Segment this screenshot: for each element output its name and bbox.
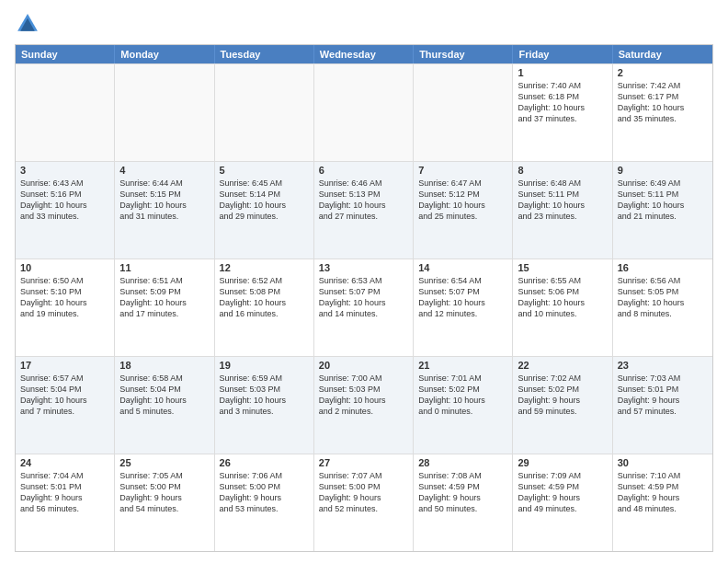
- cell-info: Sunrise: 6:53 AM Sunset: 5:07 PM Dayligh…: [319, 275, 408, 320]
- day-number: 12: [220, 262, 309, 273]
- cell-info: Sunrise: 7:07 AM Sunset: 5:00 PM Dayligh…: [319, 470, 408, 515]
- calendar-cell: 6Sunrise: 6:46 AM Sunset: 5:13 PM Daylig…: [314, 162, 414, 259]
- cell-info: Sunrise: 6:56 AM Sunset: 5:05 PM Dayligh…: [618, 275, 708, 320]
- day-number: 3: [20, 165, 109, 176]
- calendar-cell: 26Sunrise: 7:06 AM Sunset: 5:00 PM Dayli…: [215, 454, 314, 551]
- cell-info: Sunrise: 6:50 AM Sunset: 5:10 PM Dayligh…: [20, 275, 109, 320]
- calendar-row: 3Sunrise: 6:43 AM Sunset: 5:16 PM Daylig…: [16, 161, 712, 259]
- calendar-cell: 25Sunrise: 7:05 AM Sunset: 5:00 PM Dayli…: [115, 454, 214, 551]
- calendar-cell: 21Sunrise: 7:01 AM Sunset: 5:02 PM Dayli…: [414, 357, 513, 454]
- calendar-cell: 10Sunrise: 6:50 AM Sunset: 5:10 PM Dayli…: [16, 259, 115, 356]
- cell-info: Sunrise: 6:45 AM Sunset: 5:14 PM Dayligh…: [220, 178, 309, 223]
- cell-info: Sunrise: 7:02 AM Sunset: 5:02 PM Dayligh…: [518, 373, 607, 418]
- day-number: 22: [518, 360, 607, 371]
- day-number: 27: [319, 457, 408, 468]
- cell-info: Sunrise: 6:49 AM Sunset: 5:11 PM Dayligh…: [618, 178, 708, 223]
- cell-info: Sunrise: 7:03 AM Sunset: 5:01 PM Dayligh…: [618, 373, 708, 418]
- calendar: SundayMondayTuesdayWednesdayThursdayFrid…: [15, 44, 713, 552]
- weekday-header-monday: Monday: [115, 45, 214, 63]
- day-number: 7: [418, 165, 507, 176]
- day-number: 8: [518, 165, 607, 176]
- cell-info: Sunrise: 6:43 AM Sunset: 5:16 PM Dayligh…: [20, 178, 109, 223]
- logo: [15, 11, 44, 37]
- calendar-cell: 8Sunrise: 6:48 AM Sunset: 5:11 PM Daylig…: [513, 162, 612, 259]
- cell-info: Sunrise: 6:58 AM Sunset: 5:04 PM Dayligh…: [119, 373, 209, 418]
- calendar-cell: 1Sunrise: 7:40 AM Sunset: 6:18 PM Daylig…: [513, 64, 612, 161]
- day-number: 2: [618, 67, 708, 78]
- calendar-cell: 12Sunrise: 6:52 AM Sunset: 5:08 PM Dayli…: [215, 259, 314, 356]
- logo-icon: [15, 11, 40, 37]
- day-number: 6: [319, 165, 408, 176]
- cell-info: Sunrise: 7:10 AM Sunset: 4:59 PM Dayligh…: [618, 470, 708, 515]
- calendar-cell: 14Sunrise: 6:54 AM Sunset: 5:07 PM Dayli…: [414, 259, 513, 356]
- calendar-cell: 11Sunrise: 6:51 AM Sunset: 5:09 PM Dayli…: [115, 259, 214, 356]
- day-number: 14: [418, 262, 507, 273]
- day-number: 29: [518, 457, 607, 468]
- day-number: 24: [20, 457, 109, 468]
- cell-info: Sunrise: 7:06 AM Sunset: 5:00 PM Dayligh…: [220, 470, 309, 515]
- calendar-cell: 2Sunrise: 7:42 AM Sunset: 6:17 PM Daylig…: [613, 64, 712, 161]
- calendar-cell: 16Sunrise: 6:56 AM Sunset: 5:05 PM Dayli…: [613, 259, 712, 356]
- day-number: 10: [20, 262, 109, 273]
- calendar-cell: 28Sunrise: 7:08 AM Sunset: 4:59 PM Dayli…: [414, 454, 513, 551]
- calendar-cell: 13Sunrise: 6:53 AM Sunset: 5:07 PM Dayli…: [314, 259, 414, 356]
- calendar-cell: 17Sunrise: 6:57 AM Sunset: 5:04 PM Dayli…: [16, 357, 115, 454]
- calendar-cell: [314, 64, 414, 161]
- weekday-header-friday: Friday: [513, 45, 612, 63]
- calendar-cell: 20Sunrise: 7:00 AM Sunset: 5:03 PM Dayli…: [314, 357, 414, 454]
- day-number: 13: [319, 262, 408, 273]
- day-number: 26: [220, 457, 309, 468]
- weekday-header-tuesday: Tuesday: [215, 45, 314, 63]
- calendar-cell: 18Sunrise: 6:58 AM Sunset: 5:04 PM Dayli…: [115, 357, 214, 454]
- cell-info: Sunrise: 6:48 AM Sunset: 5:11 PM Dayligh…: [518, 178, 607, 223]
- cell-info: Sunrise: 6:47 AM Sunset: 5:12 PM Dayligh…: [418, 178, 507, 223]
- calendar-cell: 30Sunrise: 7:10 AM Sunset: 4:59 PM Dayli…: [613, 454, 712, 551]
- day-number: 30: [618, 457, 708, 468]
- calendar-cell: 22Sunrise: 7:02 AM Sunset: 5:02 PM Dayli…: [513, 357, 612, 454]
- cell-info: Sunrise: 6:46 AM Sunset: 5:13 PM Dayligh…: [319, 178, 408, 223]
- cell-info: Sunrise: 7:42 AM Sunset: 6:17 PM Dayligh…: [618, 80, 708, 125]
- calendar-cell: 27Sunrise: 7:07 AM Sunset: 5:00 PM Dayli…: [314, 454, 414, 551]
- cell-info: Sunrise: 7:08 AM Sunset: 4:59 PM Dayligh…: [418, 470, 507, 515]
- calendar-cell: 3Sunrise: 6:43 AM Sunset: 5:16 PM Daylig…: [16, 162, 115, 259]
- day-number: 21: [418, 360, 507, 371]
- calendar-cell: [115, 64, 214, 161]
- day-number: 19: [220, 360, 309, 371]
- day-number: 20: [319, 360, 408, 371]
- calendar-cell: 9Sunrise: 6:49 AM Sunset: 5:11 PM Daylig…: [613, 162, 712, 259]
- calendar-cell: [215, 64, 314, 161]
- cell-info: Sunrise: 7:01 AM Sunset: 5:02 PM Dayligh…: [418, 373, 507, 418]
- calendar-row: 24Sunrise: 7:04 AM Sunset: 5:01 PM Dayli…: [16, 454, 712, 551]
- day-number: 1: [518, 67, 607, 78]
- cell-info: Sunrise: 6:59 AM Sunset: 5:03 PM Dayligh…: [220, 373, 309, 418]
- calendar-cell: 15Sunrise: 6:55 AM Sunset: 5:06 PM Dayli…: [513, 259, 612, 356]
- cell-info: Sunrise: 7:05 AM Sunset: 5:00 PM Dayligh…: [119, 470, 209, 515]
- weekday-header-saturday: Saturday: [613, 45, 712, 63]
- header: [15, 11, 713, 37]
- calendar-body: 1Sunrise: 7:40 AM Sunset: 6:18 PM Daylig…: [16, 63, 712, 551]
- page: SundayMondayTuesdayWednesdayThursdayFrid…: [0, 0, 728, 563]
- cell-info: Sunrise: 6:52 AM Sunset: 5:08 PM Dayligh…: [220, 275, 309, 320]
- weekday-header-thursday: Thursday: [414, 45, 513, 63]
- day-number: 4: [119, 165, 209, 176]
- calendar-cell: 19Sunrise: 6:59 AM Sunset: 5:03 PM Dayli…: [215, 357, 314, 454]
- calendar-cell: 29Sunrise: 7:09 AM Sunset: 4:59 PM Dayli…: [513, 454, 612, 551]
- calendar-cell: 4Sunrise: 6:44 AM Sunset: 5:15 PM Daylig…: [115, 162, 214, 259]
- calendar-row: 17Sunrise: 6:57 AM Sunset: 5:04 PM Dayli…: [16, 356, 712, 454]
- calendar-cell: [16, 64, 115, 161]
- day-number: 28: [418, 457, 507, 468]
- calendar-row: 10Sunrise: 6:50 AM Sunset: 5:10 PM Dayli…: [16, 259, 712, 356]
- day-number: 5: [220, 165, 309, 176]
- cell-info: Sunrise: 6:51 AM Sunset: 5:09 PM Dayligh…: [119, 275, 209, 320]
- cell-info: Sunrise: 6:54 AM Sunset: 5:07 PM Dayligh…: [418, 275, 507, 320]
- day-number: 9: [618, 165, 708, 176]
- calendar-cell: 24Sunrise: 7:04 AM Sunset: 5:01 PM Dayli…: [16, 454, 115, 551]
- day-number: 25: [119, 457, 209, 468]
- day-number: 11: [119, 262, 209, 273]
- calendar-cell: 23Sunrise: 7:03 AM Sunset: 5:01 PM Dayli…: [613, 357, 712, 454]
- cell-info: Sunrise: 7:04 AM Sunset: 5:01 PM Dayligh…: [20, 470, 109, 515]
- cell-info: Sunrise: 6:44 AM Sunset: 5:15 PM Dayligh…: [119, 178, 209, 223]
- day-number: 23: [618, 360, 708, 371]
- day-number: 15: [518, 262, 607, 273]
- calendar-cell: 5Sunrise: 6:45 AM Sunset: 5:14 PM Daylig…: [215, 162, 314, 259]
